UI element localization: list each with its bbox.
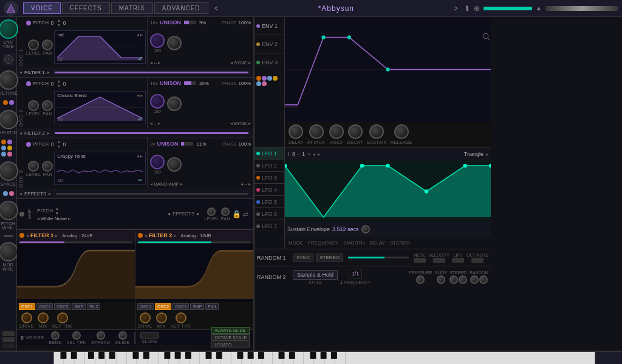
prev-preset-arrow[interactable]: < [211,4,222,13]
osc1-filter-label: FILTER 1 [24,70,45,75]
filter2-route-osc1[interactable]: OSC1 [137,303,154,310]
vel-trk-knob[interactable] [72,331,81,340]
tab-effects[interactable]: EFFECTS [62,2,110,14]
spread-knob[interactable] [97,331,105,340]
lfo4-tab[interactable]: LFO 4 [255,184,284,196]
piano-keyboard[interactable]: // Rendered as inline SVG [0,351,622,364]
osc2-phase-knob[interactable] [167,96,182,111]
tab-matrix[interactable]: MATRIX [111,2,153,14]
dual-knob-1[interactable] [2,53,15,66]
filter2-route-osc3[interactable]: OSC3 [173,303,189,310]
filter1-route-fil2[interactable]: FIL2 [87,303,100,310]
pitch-whl-knob[interactable] [0,201,18,220]
random2-slide-knob[interactable] [437,275,445,284]
osc2-unison-knob[interactable] [150,94,165,109]
lfo1-tab[interactable]: LFO 1 [255,147,284,160]
filter1-keytrk-knob[interactable] [57,312,68,323]
slope-display[interactable] [140,332,159,339]
filter2-graph[interactable] [135,244,253,302]
smp-level-knob[interactable] [207,207,216,216]
env-time-knob[interactable] [0,19,18,39]
lfo7-tab[interactable]: LFO 7 [255,220,284,232]
lfo3-tab[interactable]: LFO 3 [255,172,284,184]
osc2-level-knob[interactable] [28,100,39,111]
env-graph[interactable] [285,17,491,122]
osc1-unison-knob[interactable] [150,33,165,48]
env-attack-knob[interactable] [309,124,324,139]
osc3-level-knob[interactable] [28,161,39,172]
env-delay-knob[interactable] [289,124,303,139]
random2-freq-display[interactable]: 1/1 [349,269,363,278]
random1-sync-btn[interactable]: SYNC [293,254,313,261]
volume-slider[interactable] [484,7,532,10]
tab-voice[interactable]: VOICE [23,2,61,14]
always-glide-option[interactable]: ALWAYS GLIDE [211,327,250,334]
filter1-mix-knob[interactable] [38,312,49,323]
random2-stereo-knob2[interactable] [459,275,467,284]
filter1-route-osc2[interactable]: OSC2 [36,303,53,310]
export-icon[interactable]: ⬆ [464,4,470,13]
osc1-pan-knob[interactable] [42,39,53,50]
env-hold-knob[interactable] [329,124,344,139]
osc1-active-dot[interactable] [26,21,31,25]
random2-pressure-knob[interactable] [416,275,425,284]
filter2-route-osc2[interactable]: OSC2 [155,303,171,310]
osc1-waveform[interactable] [57,32,143,62]
space-knob[interactable] [0,161,18,181]
filter1-route-osc3[interactable]: OSC3 [54,303,70,310]
random1-stereo-btn[interactable]: STEREO [316,254,343,261]
lfo5-tab[interactable]: LFO 5 [255,196,284,208]
filter2-route-fil1[interactable]: FIL1 [205,303,219,310]
random2-stereo-knob1[interactable] [449,275,458,284]
env3-tab[interactable]: ENV 3 [255,53,284,72]
variation-knob[interactable] [0,110,18,129]
osc3-active-dot[interactable] [26,142,31,147]
osc2-pan-knob[interactable] [42,100,53,111]
top-tabs: VOICE EFFECTS MATRIX ADVANCED [23,2,208,14]
osc1-phase-knob[interactable] [167,36,182,50]
lfo2-tab[interactable]: LFO 2 [255,160,284,172]
filter2-dot[interactable] [138,233,143,238]
osc2-active-dot[interactable] [26,81,31,86]
env-release-knob[interactable] [394,124,409,139]
legato-option[interactable]: LEGATO [211,342,250,348]
filter1-box: ◂ FILTER 1 ▸ Analog : 24dB [17,230,135,329]
lfo-env-knob[interactable] [361,225,370,234]
filter1-route-smp[interactable]: SMP [72,303,86,310]
env2-tab[interactable]: ENV 2 [255,35,284,53]
osc3-waveform-svg[interactable] [57,160,143,183]
filter2-drive-knob[interactable] [140,312,151,323]
random1-row: RANDOM 1 SYNC STEREO NOTE VELOCITY [255,249,491,266]
filter2-keytrk-knob[interactable] [176,312,186,323]
random2-random-knob1[interactable] [470,275,479,284]
midi-icon[interactable]: ⊕ [474,4,480,13]
random2-style-display[interactable]: Sample & Hold [293,270,338,280]
env-sustain-knob[interactable] [369,124,384,139]
lfo6-tab[interactable]: LFO 6 [255,208,284,220]
next-preset-arrow[interactable]: > [450,4,462,13]
osc3-pan-knob[interactable] [42,161,53,172]
filter1-graph[interactable] [17,244,135,302]
osc1-level-knob[interactable] [28,39,39,50]
smp-pan-knob[interactable] [221,207,230,216]
filter1-drive-knob[interactable] [21,312,32,323]
octave-scale-option[interactable]: OCTAVE SCALE [211,334,250,341]
mod-whl-knob[interactable] [0,242,18,261]
lfo-graph[interactable] [285,161,491,222]
osc3-unison-knob[interactable] [150,155,165,169]
bend-knob[interactable] [51,331,60,340]
detune-knob[interactable] [0,70,18,90]
glide-knob[interactable] [118,331,127,340]
random2-pressure-label: PRESSURE [409,271,432,275]
filter1-dot[interactable] [19,233,24,238]
filter2-route-smp[interactable]: SMP [190,303,204,310]
env1-tab[interactable]: ENV 1 [255,17,284,35]
filter2-mix-knob[interactable] [156,312,167,323]
env-decay-knob[interactable] [348,124,363,139]
random2-random-knob2[interactable] [479,275,488,284]
osc3-phase-knob[interactable] [167,157,182,172]
preset-name[interactable]: *Abbysun [225,4,448,13]
filter1-route-osc1[interactable]: OSC1 [19,303,35,310]
tab-advanced[interactable]: ADVANCED [154,2,208,14]
filter2-box: ◂ FILTER 2 ▸ Analog : 12dB [135,230,253,329]
